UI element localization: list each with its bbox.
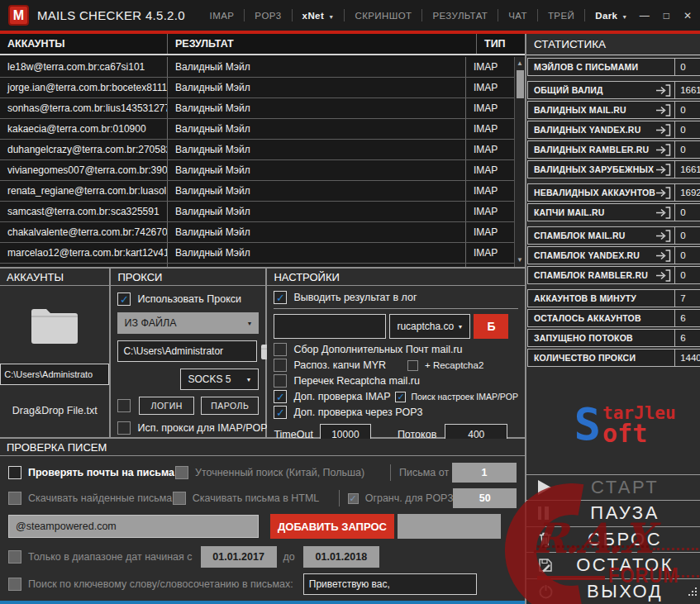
menu-tray[interactable]: ТРЕЙ (548, 11, 574, 21)
scroll-down-icon[interactable]: ▼ (515, 255, 525, 265)
menu-separator (244, 9, 245, 21)
stat-row: АККАУНТОВ В МИНУТУ7 (527, 289, 700, 307)
table-row[interactable]: lolobetel@bol.com.br:119al2nbВалидный Мэ… (0, 264, 514, 267)
query-spacer-box (398, 514, 501, 539)
header-result[interactable]: РЕЗУЛЬТАТ (168, 34, 477, 54)
table-row[interactable]: marcelao12@terra.com.br:kart12v411Валидн… (0, 243, 514, 264)
start-button[interactable]: СТАРТ (526, 474, 700, 501)
export-arrow-icon[interactable] (655, 207, 671, 219)
date-from-field[interactable]: 01.01.2017 (201, 546, 277, 568)
proxy-type-dropdown[interactable]: SOCKS 5▼ (180, 369, 259, 390)
check-letters-checkbox[interactable] (8, 466, 21, 479)
menu-chat[interactable]: ЧАТ (508, 11, 527, 21)
close-button[interactable]: ✕ (683, 10, 692, 21)
exit-button[interactable]: ВЫХОД (526, 578, 700, 604)
refined-search-checkbox[interactable] (175, 466, 188, 479)
statistics-panel: СТАТИСТИКА МЭЙЛОВ С ПИСЬМАМИ0ОБЩИЙ ВАЛИД… (525, 34, 700, 604)
menu-xnet-dropdown[interactable]: xNet▼ (302, 11, 335, 21)
use-proxy-checkbox[interactable]: ✓ (117, 292, 131, 306)
pop3-limit-field[interactable]: 50 (453, 488, 517, 508)
theme-dropdown[interactable]: Dark▼ (595, 11, 628, 21)
captcha-service-dropdown[interactable]: rucaptcha.co▼ (389, 314, 470, 339)
proxy-login-field[interactable]: ЛОГИН (139, 397, 194, 415)
download-html-checkbox[interactable] (173, 492, 186, 505)
menu-bar: IMAP POP3 xNet▼ СКРИНШОТ РЕЗУЛЬТАТ ЧАТ Т… (210, 9, 628, 21)
check-letters-label: Проверять почты на письма (28, 467, 175, 478)
divider (390, 464, 391, 481)
recaptcha2-checkbox[interactable] (407, 360, 418, 371)
table-row[interactable]: sonhas@terra.com.br:lius1435312770Валидн… (0, 98, 514, 119)
export-arrow-icon[interactable] (655, 230, 671, 242)
stat-value: 16613 (674, 161, 700, 178)
minimize-button[interactable]: — (640, 10, 650, 21)
export-arrow-icon[interactable] (655, 144, 671, 156)
remainder-button[interactable]: ОСТАТОК (526, 552, 700, 578)
cell-account: vivianegomes007@terra.com.br:39030 (0, 160, 168, 180)
header-accounts[interactable]: АККАУНТЫ (0, 34, 168, 54)
table-row[interactable]: renata_regiane@terra.com.br:luasolВалидн… (0, 181, 514, 202)
date-to-field[interactable]: 01.01.2018 (303, 546, 379, 568)
cell-result: Валидный Мэйл (168, 181, 466, 201)
proxy-auth-checkbox[interactable] (117, 399, 131, 412)
export-arrow-icon[interactable] (655, 164, 671, 176)
table-row[interactable]: duhangelcrazy@terra.com.br:2705823Валидн… (0, 140, 514, 160)
recaptcha2-label: + Recaptcha2 (425, 360, 483, 370)
table-row[interactable]: samcast@terra.com.br:sca325591Валидный М… (0, 202, 514, 222)
reset-button[interactable]: СБРОС (526, 526, 700, 553)
export-arrow-icon[interactable] (655, 104, 671, 117)
resize-grip[interactable] (688, 594, 690, 596)
export-arrow-icon[interactable] (655, 269, 671, 282)
keyword-field[interactable] (303, 573, 477, 595)
keyword-search-checkbox[interactable] (8, 578, 21, 591)
header-type[interactable]: ТИП (477, 34, 525, 54)
table-scrollbar[interactable]: ▲ ▼ (514, 57, 525, 267)
date-range-checkbox[interactable] (8, 550, 21, 564)
proxy-for-imap-checkbox[interactable] (117, 421, 131, 435)
letters-from-field[interactable]: 1 (452, 463, 517, 483)
search-settings-checkbox[interactable]: ✓ (395, 392, 406, 402)
menu-screenshot[interactable]: СКРИНШОТ (355, 11, 412, 21)
query-input[interactable] (8, 515, 259, 538)
maximize-button[interactable]: □ (664, 10, 669, 21)
stat-value: 0 (674, 59, 700, 75)
pop3-limit-checkbox[interactable]: ✓ (348, 493, 359, 504)
table-row[interactable]: jorge.ian@terra.com.br:bocetex8111Валидн… (0, 78, 514, 98)
table-row[interactable]: le18w@terra.com.br:ca67si101Валидный Мэй… (0, 57, 514, 78)
export-arrow-icon[interactable] (655, 187, 671, 199)
export-arrow-icon[interactable] (655, 84, 671, 97)
captcha-key-field[interactable] (274, 314, 386, 339)
captcha-myr-checkbox[interactable] (274, 359, 287, 372)
export-arrow-icon[interactable] (655, 250, 671, 262)
stat-row: ОСТАЛОСЬ АККАУНТОВ6 (527, 309, 700, 327)
download-found-checkbox[interactable] (8, 492, 21, 505)
scrollbar-thumb[interactable] (517, 70, 524, 98)
menu-separator (421, 9, 422, 21)
menu-result[interactable]: РЕЗУЛЬТАТ (432, 11, 488, 21)
menu-imap[interactable]: IMAP (210, 11, 235, 21)
table-row[interactable]: kakaecia@terra.com.br:010900Валидный Мэй… (0, 119, 514, 140)
collect-mailru-checkbox[interactable] (274, 343, 287, 356)
proxy-path-field[interactable] (117, 340, 257, 362)
menu-pop3[interactable]: POP3 (255, 11, 281, 21)
date-range-label: Только в диапазоне дат начиная с (28, 551, 193, 563)
proxy-source-dropdown[interactable]: ИЗ ФАЙЛА▼ (117, 312, 259, 334)
folder-icon[interactable] (28, 304, 81, 349)
collect-mailru-label: Сбор Дополнительных Почт mail.ru (293, 344, 462, 355)
extra-pop3-checkbox[interactable]: ✓ (274, 406, 287, 419)
scroll-up-icon[interactable]: ▲ (515, 59, 525, 69)
balance-button[interactable]: Б (474, 314, 508, 339)
accounts-path-field[interactable] (0, 364, 109, 385)
stat-row: СПАМБЛОК YANDEX.RU0 (527, 246, 700, 264)
extra-imap-checkbox[interactable]: ✓ (274, 390, 287, 403)
table-row[interactable]: vivianegomes007@terra.com.br:39030Валидн… (0, 160, 514, 181)
proxy-password-field[interactable]: ПАРОЛЬ (201, 397, 259, 415)
stats-groups: МЭЙЛОВ С ПИСЬМАМИ0ОБЩИЙ ВАЛИД16613ВАЛИДН… (526, 55, 700, 372)
pause-button[interactable]: ПАУЗА (526, 500, 700, 526)
add-query-button[interactable]: ДОБАВИТЬ ЗАПРОС (270, 514, 394, 539)
log-output-checkbox[interactable]: ✓ (274, 291, 287, 304)
recheck-checkbox[interactable] (274, 374, 287, 388)
export-arrow-icon[interactable] (655, 124, 671, 136)
table-row[interactable]: chakalvalente@terra.com.br:74267090Валид… (0, 222, 514, 243)
cell-account: chakalvalente@terra.com.br:74267090 (0, 222, 168, 242)
cell-account: le18w@terra.com.br:ca67si101 (0, 57, 168, 77)
